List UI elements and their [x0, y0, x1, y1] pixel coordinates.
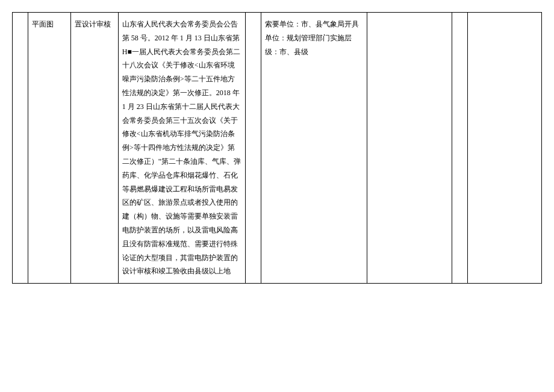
cell-col4: 山东省人民代表大会常务委员会公告第 58 号。2012 年 1 月 13 日山东… — [118, 13, 245, 284]
cell-col1 — [13, 13, 28, 284]
cell-col5 — [245, 13, 261, 284]
cell-col8 — [452, 13, 467, 284]
cell-col6: 索要单位：市、县气象局开具单位：规划管理部门实施层级：市、县级 — [261, 13, 367, 284]
document-table: 平面图 置设计审核 山东省人民代表大会常务委员会公告第 58 号。2012 年 … — [12, 12, 542, 284]
table-row: 平面图 置设计审核 山东省人民代表大会常务委员会公告第 58 号。2012 年 … — [13, 13, 542, 284]
cell-col7 — [367, 13, 452, 284]
cell-col9 — [467, 13, 541, 284]
cell-col3: 置设计审核 — [70, 13, 118, 284]
cell-col2: 平面图 — [28, 13, 70, 284]
